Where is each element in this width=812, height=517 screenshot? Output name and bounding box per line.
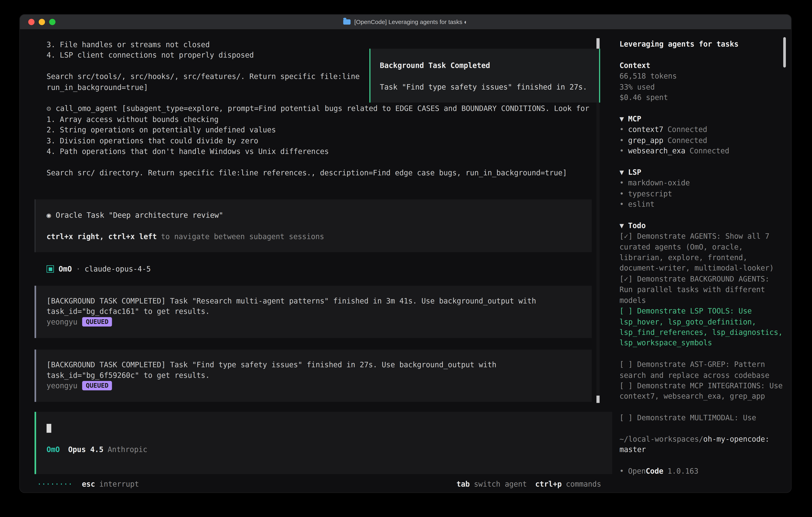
queued-badge: QUEUED [82, 381, 112, 391]
prompt-input[interactable]: OmOOpus 4.5Anthropic [35, 412, 612, 474]
navigation-hint: ctrl+x right, ctrl+x leftto navigate bet… [47, 231, 592, 242]
lsp-item: •typescript [619, 188, 783, 199]
workspace-repo: oh-my-opencode: [703, 435, 770, 443]
traffic-lights [28, 19, 55, 25]
tool-call-block: ⚙call_omo_agent [subagent_type=explore, … [35, 103, 600, 178]
main-scrollbar-thumb-2[interactable] [597, 396, 600, 403]
hint-text: to navigate between subagent sessions [161, 232, 324, 241]
desktop: [OpenCode] Leveraging agents for tasks ◐… [0, 0, 812, 517]
mcp-heading: MCP [628, 114, 641, 123]
message-line: [BACKGROUND TASK COMPLETED] Task "Resear… [47, 296, 592, 306]
hint-keys: ctrl+x right, ctrl+x left [47, 232, 157, 241]
oracle-task-panel: ◉Oracle Task "Deep architecture review" … [35, 199, 592, 252]
mcp-name: websearch_exa [628, 146, 685, 155]
window-title-text: [OpenCode] Leveraging agents for tasks ◐ [354, 19, 467, 25]
oracle-task-title-line: ◉Oracle Task "Deep architecture review" [47, 210, 592, 220]
tool-call-header: ⚙call_omo_agent [subagent_type=explore, … [35, 103, 600, 114]
bullet-icon: • [619, 467, 624, 475]
mcp-item: •grep_appConnected [619, 135, 783, 145]
separator-dot: · [76, 264, 80, 274]
message-meta: yeongyuQUEUED [47, 381, 592, 391]
mcp-section-header[interactable]: ▼MCP [619, 113, 783, 124]
text-cursor [47, 424, 51, 432]
input-line [47, 423, 612, 434]
app-name-dim: Open [628, 467, 645, 475]
gear-icon: ⚙ [47, 104, 51, 113]
todo-item-pending: [ ] Demonstrate AST-GREP: Pattern search… [619, 359, 783, 380]
agent-name: OmO [59, 264, 72, 274]
queued-badge: QUEUED [82, 317, 112, 327]
todo-item-pending: [ ] Demonstrate MCP INTEGRATIONS: Use co… [619, 380, 783, 402]
input-model-name: Opus 4.5 [68, 446, 104, 454]
todo-item-done: [✓] Demonstrate BACKGROUND AGENTS: Run p… [619, 274, 783, 306]
lsp-name: typescript [628, 189, 672, 198]
lsp-item: •eslint [619, 199, 783, 210]
lsp-section-header[interactable]: ▼LSP [619, 167, 783, 178]
window-titlebar[interactable]: [OpenCode] Leveraging agents for tasks ◐ [20, 15, 791, 30]
window-title: [OpenCode] Leveraging agents for tasks ◐ [343, 19, 467, 25]
oracle-task-title: Oracle Task "Deep architecture review" [56, 211, 223, 219]
input-provider-name: Anthropic [108, 446, 147, 454]
toast-body: Task "Find type safety issues" finished … [380, 82, 590, 92]
esc-key-hint: esc [82, 480, 95, 488]
status-bar: ········escinterrupt tabswitch agentctrl… [35, 479, 601, 490]
terminal-content: 3. File handles or streams not closed 4.… [20, 29, 791, 492]
tool-call-footer: Search src/ directory. Return specific f… [35, 167, 600, 178]
agent-model: claude-opus-4-5 [85, 264, 151, 274]
message-line: [BACKGROUND TASK COMPLETED] Task "Find t… [47, 359, 592, 370]
lsp-item: •markdown-oxide [619, 178, 783, 188]
app-version-line: •OpenCode1.0.163 [619, 466, 783, 477]
chevron-down-icon: ▼ [619, 221, 624, 230]
close-button[interactable] [28, 19, 34, 25]
tool-call-header-text: call_omo_agent [subagent_type=explore, p… [56, 104, 589, 113]
bullet-icon: • [619, 136, 624, 144]
commands-key-label: commands [566, 480, 601, 488]
context-used: 33% used [619, 81, 783, 92]
background-task-message: [BACKGROUND TASK COMPLETED] Task "Resear… [35, 285, 592, 338]
tool-call-item: 2. String operations on potentially unde… [35, 125, 600, 135]
todo-item-done: [✓] Demonstrate AGENTS: Show all 7 curat… [619, 231, 783, 274]
mcp-name: context7 [628, 125, 663, 134]
mcp-item: •websearch_exaConnected [619, 145, 783, 156]
message-line: task_id="bg_dcfac161" to get results. [47, 306, 592, 317]
tool-call-item: 1. Array access without bounds checking [35, 114, 600, 125]
session-title: Leveraging agents for tasks [619, 39, 783, 49]
todo-item-pending: [ ] Demonstrate MULTIMODAL: Use [619, 412, 783, 423]
tool-call-item: 3. Division operations that could divide… [35, 135, 600, 146]
context-heading: Context [619, 60, 783, 71]
lsp-heading: LSP [628, 168, 641, 176]
workspace-branch: master [619, 444, 783, 455]
oracle-icon: ◉ [47, 211, 51, 219]
tool-call-item: 4. Path operations that don't handle Win… [35, 146, 600, 157]
todo-item-active: [ ] Demonstrate LSP TOOLS: Use lsp_hover… [619, 306, 783, 349]
mcp-item: •context7Connected [619, 124, 783, 135]
lsp-name: eslint [628, 200, 655, 208]
mcp-status: Connected [668, 136, 707, 144]
toast-title: Background Task Completed [380, 60, 590, 71]
lsp-name: markdown-oxide [628, 179, 690, 187]
minimize-button[interactable] [39, 19, 45, 25]
bullet-icon: • [619, 146, 624, 155]
message-author: yeongyu [47, 382, 78, 390]
tab-key-label: switch agent [474, 480, 527, 488]
message-line: task_id="bg_6f59260c" to get results. [47, 370, 592, 381]
todo-section-header[interactable]: ▼Todo [619, 220, 783, 231]
workspace-path: ~/local-workspaces/oh-my-opencode: [619, 434, 783, 444]
zoom-button[interactable] [49, 19, 55, 25]
chevron-down-icon: ▼ [619, 168, 624, 176]
context-tokens: 66,518 tokens [619, 71, 783, 81]
mcp-status: Connected [690, 146, 729, 155]
workspace-path-prefix: ~/local-workspaces/ [619, 435, 703, 443]
app-name-bold: Code [646, 467, 663, 475]
message-meta: yeongyuQUEUED [47, 317, 592, 327]
esc-key-label: interrupt [99, 480, 139, 488]
toast-notification: Background Task Completed Task "Find typ… [370, 49, 600, 103]
bullet-icon: • [619, 189, 624, 198]
todo-heading: Todo [628, 221, 645, 230]
sidebar-scrollbar[interactable] [783, 37, 786, 67]
commands-key-hint: ctrl+p [535, 480, 562, 488]
status-bar-right: tabswitch agentctrl+pcommands [457, 479, 601, 490]
log-line: 3. File handles or streams not closed [35, 39, 600, 50]
terminal-window: [OpenCode] Leveraging agents for tasks ◐… [19, 14, 792, 493]
bullet-icon: • [619, 200, 624, 208]
